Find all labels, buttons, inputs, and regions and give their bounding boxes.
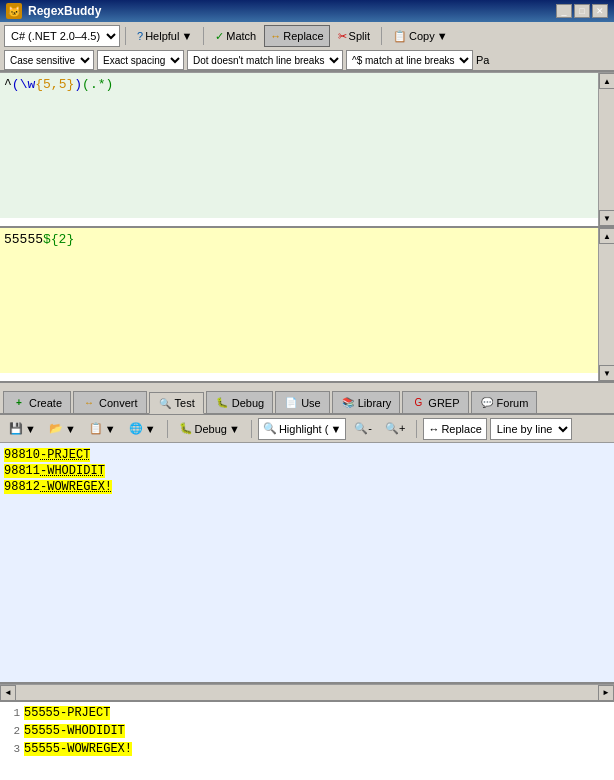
highlight-button[interactable]: 🔍 Highlight (▼ [258,418,346,440]
linebreak-mode-select[interactable]: ^$ match at line breaks [346,50,473,70]
split-icon: ✂ [338,30,347,43]
regex-paren-open1: ( [12,77,20,92]
tab-convert-label: Convert [99,397,138,409]
replace-scrollbar[interactable]: ▲ ▼ [598,228,614,381]
test-line-3: 98812-WOWREGEX! [4,479,610,495]
main-toolbar: C# (.NET 2.0–4.5) ? Helpful ▼ ✓ Match ↔ … [0,22,614,50]
zoom-out-icon: 🔍- [354,422,372,435]
dot-mode-combo[interactable]: Dot doesn't match line breaks [187,50,343,70]
match-2-group1: 98811 [4,464,40,478]
match-1-group1: 98810 [4,448,40,462]
result-num-1: 1 [4,707,20,719]
zoom-out-button[interactable]: 🔍- [349,418,377,440]
test-panel: 98810-PRJECT 98811-WHODIDIT 98812-WOWREG… [0,443,614,684]
replace-panel: 55555${2} ▲ ▼ [0,228,614,383]
copy-button[interactable]: 📋 Copy ▼ [387,25,454,47]
regex-quantifier: {5,5} [35,77,74,92]
regex-display[interactable]: ^(\w{5,5})(.*) [0,73,614,218]
test-open-button[interactable]: 📂▼ [44,418,81,440]
test-open-icon: 📂 [49,422,63,435]
match-2-suffix: -WHODIDIT [40,464,105,478]
maximize-button[interactable]: □ [574,4,590,18]
split-button[interactable]: ✂ Split [332,25,376,47]
replace-icon: ↔ [270,30,281,42]
minimize-button[interactable]: _ [556,4,572,18]
test-content[interactable]: 98810-PRJECT 98811-WHODIDIT 98812-WOWREG… [0,443,614,682]
tab-grep[interactable]: G GREP [402,391,468,413]
helpful-button[interactable]: ? Helpful ▼ [131,25,198,47]
replace-scroll-down[interactable]: ▼ [599,365,614,381]
h-scroll-track[interactable] [16,685,598,700]
result-num-3: 3 [4,743,20,755]
replace-text: 55555 [4,232,43,247]
tab-create[interactable]: + Create [3,391,71,413]
regex-panel: ^(\w{5,5})(.*) ▲ ▼ [0,73,614,228]
separator-2 [203,27,204,45]
regex-scroll-down[interactable]: ▼ [599,210,614,226]
results-content: 1 55555-PRJECT 2 55555-WHODIDIT 3 55555-… [0,702,614,780]
regex-scrollbar[interactable]: ▲ ▼ [598,73,614,226]
tab-bar: + Create ↔ Convert 🔍 Test 🐛 Debug 📄 Use … [0,383,614,415]
dot-mode-select[interactable]: Dot doesn't match line breaks [187,50,343,70]
tab-debug[interactable]: 🐛 Debug [206,391,273,413]
result-1-highlight: 55555-PRJECT [24,706,110,720]
test-web-button[interactable]: 🌐▼ [124,418,161,440]
case-sensitive-combo[interactable]: Case sensitive [4,50,94,70]
regex-star: * [98,77,106,92]
regex-dot: . [90,77,98,92]
forum-icon: 💬 [480,396,494,410]
flavor-select[interactable]: C# (.NET 2.0–4.5) [4,25,120,47]
regex-backslash-w: \w [20,77,36,92]
case-sensitive-select[interactable]: Case sensitive [4,50,94,70]
use-icon: 📄 [284,396,298,410]
exact-spacing-select[interactable]: Exact spacing [97,50,184,70]
test-new-button[interactable]: 💾▼ [4,418,41,440]
result-text-1: 55555-PRJECT [24,706,110,720]
match-3-suffix: -WOWREGEX! [40,480,112,494]
regex-paren-close2: ) [106,77,114,92]
toolbar-area: C# (.NET 2.0–4.5) ? Helpful ▼ ✓ Match ↔ … [0,22,614,73]
convert-icon: ↔ [82,396,96,410]
exact-spacing-combo[interactable]: Exact spacing [97,50,184,70]
test-copy-button[interactable]: 📋▼ [84,418,121,440]
close-button[interactable]: ✕ [592,4,608,18]
results-panel: 1 55555-PRJECT 2 55555-WHODIDIT 3 55555-… [0,700,614,780]
test-sep-2 [251,420,252,438]
tab-test[interactable]: 🔍 Test [149,392,204,414]
test-debug-button[interactable]: 🐛 Debug ▼ [174,418,245,440]
match-button[interactable]: ✓ Match [209,25,262,47]
result-row-1: 1 55555-PRJECT [4,704,610,722]
line-by-line-combo[interactable]: Line by line [490,418,572,440]
h-scrollbar[interactable]: ◄ ► [0,684,614,700]
test-replace-button[interactable]: ↔ Replace [423,418,486,440]
tab-library[interactable]: 📚 Library [332,391,401,413]
match-icon: ✓ [215,30,224,43]
highlight-icon: 🔍 [263,422,277,435]
linebreak-mode-combo[interactable]: ^$ match at line breaks [346,50,473,70]
test-sep-1 [167,420,168,438]
test-copy-icon: 📋 [89,422,103,435]
app-icon: 🐱 [6,3,22,19]
replace-scroll-up[interactable]: ▲ [599,228,614,244]
h-scroll-left[interactable]: ◄ [0,685,16,701]
separator-3 [381,27,382,45]
test-line-1: 98810-PRJECT [4,447,610,463]
regex-caret: ^ [4,77,12,92]
test-replace-icon: ↔ [428,423,439,435]
tab-use[interactable]: 📄 Use [275,391,330,413]
debug-icon: 🐛 [215,396,229,410]
flavor-dropdown[interactable]: C# (.NET 2.0–4.5) [4,25,120,47]
replace-display[interactable]: 55555${2} [0,228,614,373]
tab-grep-label: GREP [428,397,459,409]
tab-forum[interactable]: 💬 Forum [471,391,538,413]
test-debug-label: Debug [195,423,227,435]
tab-convert[interactable]: ↔ Convert [73,391,147,413]
replace-button[interactable]: ↔ Replace [264,25,329,47]
highlight-label: Highlight ( [279,423,329,435]
create-icon: + [12,396,26,410]
line-by-line-select[interactable]: Line by line [490,418,572,440]
regex-scroll-up[interactable]: ▲ [599,73,614,89]
h-scroll-right[interactable]: ► [598,685,614,701]
zoom-in-button[interactable]: 🔍+ [380,418,410,440]
copy-arrow: ▼ [437,30,448,42]
